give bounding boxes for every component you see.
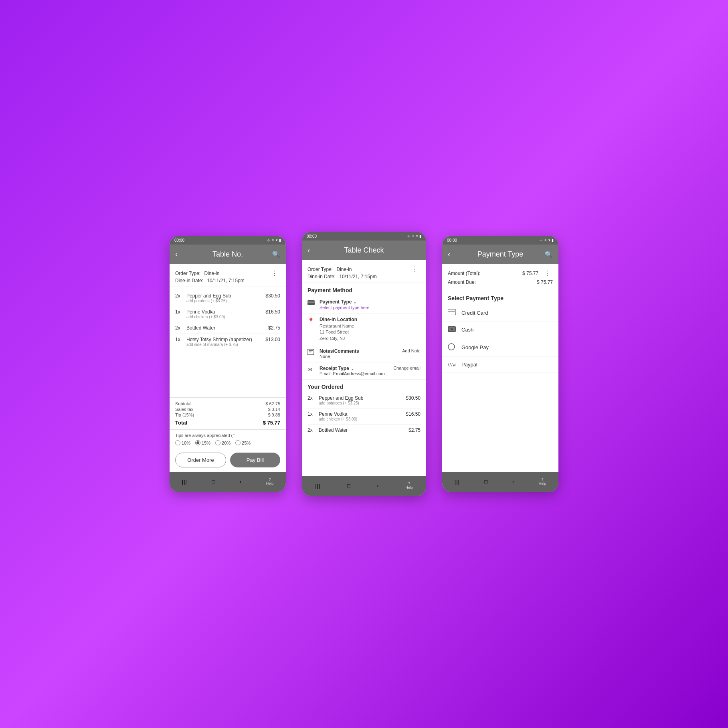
- content-area-3: Amount (Total): $ 75.77 ⋮ Amount Due: $ …: [442, 264, 558, 472]
- order-items-list-2: 2x Pepper and Egg Sub add potatoes (+ $3…: [302, 392, 426, 476]
- back-button-3[interactable]: ‹: [448, 250, 457, 259]
- payment-type-sublabel: Select payment type here: [320, 305, 421, 310]
- payment-option-cash[interactable]: Cash: [442, 322, 558, 338]
- dine-in-date-info: Dine-in Date: 10/11/21, 7:15pm: [175, 278, 245, 283]
- back-button-1[interactable]: ‹: [175, 250, 185, 259]
- order-type-label: Order Type:: [175, 271, 200, 276]
- receipt-label: Receipt Type: [320, 366, 349, 371]
- subtotal-row: Subtotal $ 62.75: [175, 401, 280, 406]
- three-dot-menu-1[interactable]: ⋮: [269, 269, 280, 278]
- amount-total-row: Amount (Total): $ 75.77 ⋮: [448, 269, 553, 278]
- amount-section: Amount (Total): $ 75.77 ⋮ Amount Due: $ …: [442, 264, 558, 290]
- signal-icon-3: ⊹: [540, 238, 543, 242]
- payment-type-row[interactable]: Payment Type ⌄ Select payment type here: [302, 296, 426, 313]
- order-type-row: Order Type: Dine-in ⋮: [175, 269, 280, 278]
- home-icon-3[interactable]: □: [484, 479, 487, 485]
- status-icons-2: ⊹ ✳ ▾ ▮: [407, 234, 421, 238]
- your-ordered-title: Your Ordered: [302, 380, 426, 392]
- svg-point-10: [448, 344, 455, 350]
- help-label-3: Help: [539, 481, 546, 485]
- credit-card-label: Credit Card: [461, 310, 488, 316]
- add-note-button[interactable]: Add Note: [402, 348, 421, 353]
- payment-method-title: Payment Method: [302, 283, 426, 296]
- home-icon-1[interactable]: □: [212, 479, 215, 485]
- chevron-down-icon: ⌄: [353, 300, 356, 304]
- radio-25[interactable]: [235, 440, 241, 445]
- header-3: ‹ Payment Type 🔍: [442, 245, 558, 264]
- dine-in-date-value: 10/11/21, 7:15pm: [207, 278, 244, 283]
- order-type-value: Dine-in: [204, 271, 219, 276]
- subtotal-label: Subtotal: [175, 401, 191, 406]
- back-icon-1[interactable]: ‹: [240, 479, 241, 485]
- total-label: Total: [175, 420, 187, 426]
- search-button-1[interactable]: 🔍: [271, 251, 280, 258]
- radio-15[interactable]: [195, 440, 200, 445]
- back-button-2[interactable]: ‹: [307, 246, 317, 255]
- gpay-icon: [448, 343, 457, 352]
- status-time-2: 00:00: [307, 234, 317, 239]
- content-area-2: Order Type: Dine-in ⋮ Dine-in Date: 10/1…: [302, 260, 426, 476]
- bluetooth-icon-3: ✳: [544, 238, 547, 242]
- amount-total-label: Amount (Total):: [448, 271, 480, 276]
- order-item: 1x Hotsy Totsy Shrimp (appetizer) add si…: [175, 334, 280, 350]
- select-payment-title: Select Payment Type: [442, 290, 558, 305]
- payment-option-gpay[interactable]: Google Pay: [442, 338, 558, 357]
- amount-due-row: Amount Due: $ 75.77: [448, 279, 553, 285]
- restaurant-name: Restaraunt Name: [320, 323, 421, 329]
- wifi-icon: ▾: [276, 238, 278, 242]
- screen2-table-check: 00:00 ⊹ ✳ ▾ ▮ ‹ Table Check Order Type: …: [302, 232, 426, 496]
- order-more-button[interactable]: Order More: [175, 453, 226, 467]
- radio-20[interactable]: [215, 440, 220, 445]
- amount-due-label: Amount Due:: [448, 279, 476, 285]
- cash-icon: [448, 326, 457, 333]
- receipt-chevron-icon: ⌄: [351, 366, 354, 371]
- sales-tax-row: Sales tax $ 3.14: [175, 406, 280, 412]
- menu-icon-3[interactable]: |||: [455, 479, 460, 485]
- order-item-2a: 2x Pepper and Egg Sub add potatoes (+ $3…: [307, 392, 421, 408]
- change-email-button[interactable]: Change email: [393, 366, 421, 370]
- tip-option-10[interactable]: 10%: [175, 440, 190, 445]
- search-button-3[interactable]: 🔍: [543, 251, 553, 258]
- bottom-nav-2: ||| □ ‹ ? Help: [302, 476, 426, 496]
- status-bar-2: 00:00 ⊹ ✳ ▾ ▮: [302, 232, 426, 241]
- help-nav-1[interactable]: ? Help: [266, 477, 274, 485]
- header-title-2: Table Check: [317, 246, 411, 255]
- order-info-1: Order Type: Dine-in ⋮ Dine-in Date: 10/1…: [170, 264, 286, 287]
- svg-rect-5: [448, 309, 456, 315]
- help-label-2: Help: [405, 485, 413, 489]
- status-bar-3: 00:00 ⊹ ✳ ▾ ▮: [442, 236, 558, 245]
- home-icon-2[interactable]: □: [347, 483, 350, 489]
- content-area-1: Order Type: Dine-in ⋮ Dine-in Date: 10/1…: [170, 264, 286, 472]
- paypal-label: Paypal: [461, 362, 477, 368]
- tip-option-15[interactable]: 15%: [195, 440, 210, 445]
- three-dot-menu-2[interactable]: ⋮: [409, 265, 421, 274]
- help-icon-1: ?: [269, 477, 271, 481]
- wifi-icon-3: ▾: [548, 238, 550, 242]
- help-label-1: Help: [266, 481, 274, 485]
- tips-note: Tips are always appreciated (=: [175, 433, 235, 438]
- tip-option-25[interactable]: 25%: [235, 440, 251, 445]
- bluetooth-icon: ✳: [271, 238, 275, 242]
- dine-in-date-value-2: 10/11/21, 7:15pm: [339, 274, 376, 279]
- payment-option-paypal[interactable]: ///# Paypal: [442, 357, 558, 373]
- dine-in-date-row: Dine-in Date: 10/11/21, 7:15pm: [175, 278, 280, 283]
- menu-icon-2[interactable]: |||: [315, 483, 320, 489]
- menu-icon-1[interactable]: |||: [182, 479, 187, 485]
- totals-section-1: Subtotal $ 62.75 Sales tax $ 3.14 Tip (1…: [170, 397, 286, 429]
- bluetooth-icon-2: ✳: [412, 234, 415, 238]
- screen1-table-no: 00:00 ⊹ ✳ ▾ ▮ ‹ Table No. 🔍 Order Type: …: [170, 236, 286, 492]
- radio-10[interactable]: [175, 440, 180, 445]
- back-icon-3[interactable]: ‹: [512, 479, 514, 485]
- tip-label: Tip (15%): [175, 413, 194, 417]
- tip-option-20[interactable]: 20%: [215, 440, 231, 445]
- notes-row: Notes/Comments None Add Note: [302, 345, 426, 362]
- order-info-2: Order Type: Dine-in ⋮ Dine-in Date: 10/1…: [302, 260, 426, 283]
- three-dot-menu-3[interactable]: ⋮: [542, 269, 553, 278]
- pay-bill-button[interactable]: Pay Bill: [230, 453, 280, 467]
- back-icon-2[interactable]: ‹: [377, 483, 378, 489]
- screen3-payment-type: 00:00 ⊹ ✳ ▾ ▮ ‹ Payment Type 🔍 Amount (T…: [442, 236, 558, 492]
- svg-rect-4: [309, 352, 311, 352]
- help-nav-3[interactable]: ? Help: [539, 477, 546, 485]
- payment-option-credit-card[interactable]: Credit Card: [442, 305, 558, 322]
- help-nav-2[interactable]: ? Help: [405, 481, 413, 489]
